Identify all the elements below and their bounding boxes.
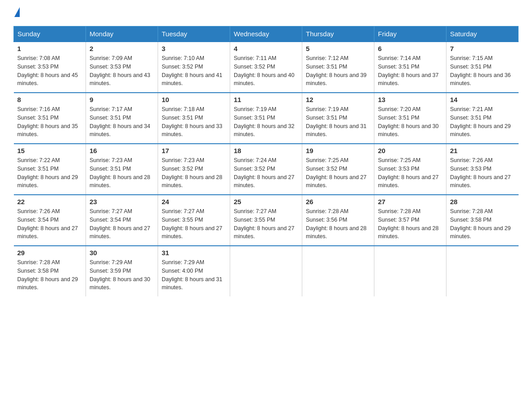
day-sun-info: Sunrise: 7:27 AMSunset: 3:55 PMDaylight:… bbox=[234, 207, 298, 241]
day-number: 21 bbox=[450, 147, 515, 154]
day-number: 14 bbox=[450, 96, 515, 103]
calendar-cell bbox=[446, 246, 519, 296]
calendar-cell: 3Sunrise: 7:10 AMSunset: 3:52 PMDaylight… bbox=[158, 42, 230, 93]
calendar-week-row: 1Sunrise: 7:08 AMSunset: 3:53 PMDaylight… bbox=[14, 42, 519, 93]
day-number: 26 bbox=[306, 198, 370, 206]
day-number: 19 bbox=[306, 147, 370, 154]
calendar-cell: 4Sunrise: 7:11 AMSunset: 3:52 PMDaylight… bbox=[230, 42, 302, 93]
day-number: 4 bbox=[234, 45, 298, 52]
day-sun-info: Sunrise: 7:23 AMSunset: 3:51 PMDaylight:… bbox=[90, 156, 154, 190]
day-sun-info: Sunrise: 7:28 AMSunset: 3:58 PMDaylight:… bbox=[450, 207, 515, 241]
day-sun-info: Sunrise: 7:14 AMSunset: 3:51 PMDaylight:… bbox=[378, 54, 442, 88]
day-sun-info: Sunrise: 7:23 AMSunset: 3:52 PMDaylight:… bbox=[162, 156, 226, 190]
calendar-cell: 9Sunrise: 7:17 AMSunset: 3:51 PMDaylight… bbox=[86, 93, 158, 144]
day-number: 17 bbox=[162, 147, 226, 154]
calendar-cell: 31Sunrise: 7:29 AMSunset: 4:00 PMDayligh… bbox=[158, 246, 230, 296]
calendar-cell: 24Sunrise: 7:27 AMSunset: 3:55 PMDayligh… bbox=[158, 195, 230, 246]
day-sun-info: Sunrise: 7:11 AMSunset: 3:52 PMDaylight:… bbox=[234, 54, 298, 88]
day-number: 27 bbox=[378, 198, 442, 206]
calendar-week-row: 22Sunrise: 7:26 AMSunset: 3:54 PMDayligh… bbox=[14, 195, 519, 246]
day-number: 23 bbox=[90, 198, 154, 206]
weekday-header-saturday: Saturday bbox=[446, 26, 519, 42]
day-sun-info: Sunrise: 7:27 AMSunset: 3:54 PMDaylight:… bbox=[90, 207, 154, 241]
calendar-cell: 13Sunrise: 7:20 AMSunset: 3:51 PMDayligh… bbox=[374, 93, 446, 144]
day-sun-info: Sunrise: 7:28 AMSunset: 3:57 PMDaylight:… bbox=[378, 207, 442, 241]
day-number: 7 bbox=[450, 45, 515, 52]
calendar-cell: 19Sunrise: 7:25 AMSunset: 3:52 PMDayligh… bbox=[302, 144, 374, 195]
day-number: 20 bbox=[378, 147, 442, 154]
day-sun-info: Sunrise: 7:24 AMSunset: 3:52 PMDaylight:… bbox=[234, 156, 298, 190]
calendar-cell: 7Sunrise: 7:15 AMSunset: 3:51 PMDaylight… bbox=[446, 42, 519, 93]
day-sun-info: Sunrise: 7:20 AMSunset: 3:51 PMDaylight:… bbox=[378, 105, 442, 139]
calendar-cell: 27Sunrise: 7:28 AMSunset: 3:57 PMDayligh… bbox=[374, 195, 446, 246]
day-sun-info: Sunrise: 7:25 AMSunset: 3:52 PMDaylight:… bbox=[306, 156, 370, 190]
day-sun-info: Sunrise: 7:26 AMSunset: 3:53 PMDaylight:… bbox=[450, 156, 515, 190]
weekday-header-row: SundayMondayTuesdayWednesdayThursdayFrid… bbox=[14, 26, 519, 42]
logo-triangle-icon bbox=[14, 7, 20, 17]
calendar-table: SundayMondayTuesdayWednesdayThursdayFrid… bbox=[13, 26, 519, 296]
weekday-header-friday: Friday bbox=[374, 26, 446, 42]
day-sun-info: Sunrise: 7:25 AMSunset: 3:53 PMDaylight:… bbox=[378, 156, 442, 190]
day-number: 24 bbox=[162, 198, 226, 206]
day-sun-info: Sunrise: 7:08 AMSunset: 3:53 PMDaylight:… bbox=[17, 54, 82, 88]
calendar-cell bbox=[302, 246, 374, 296]
calendar-cell: 15Sunrise: 7:22 AMSunset: 3:51 PMDayligh… bbox=[14, 144, 86, 195]
day-sun-info: Sunrise: 7:15 AMSunset: 3:51 PMDaylight:… bbox=[450, 54, 515, 88]
weekday-header-sunday: Sunday bbox=[14, 26, 86, 42]
weekday-header-thursday: Thursday bbox=[302, 26, 374, 42]
day-number: 28 bbox=[450, 198, 515, 206]
day-sun-info: Sunrise: 7:21 AMSunset: 3:51 PMDaylight:… bbox=[450, 105, 515, 139]
weekday-header-wednesday: Wednesday bbox=[230, 26, 302, 42]
day-number: 6 bbox=[378, 45, 442, 52]
calendar-week-row: 15Sunrise: 7:22 AMSunset: 3:51 PMDayligh… bbox=[14, 144, 519, 195]
calendar-cell: 25Sunrise: 7:27 AMSunset: 3:55 PMDayligh… bbox=[230, 195, 302, 246]
calendar-cell: 22Sunrise: 7:26 AMSunset: 3:54 PMDayligh… bbox=[14, 195, 86, 246]
day-sun-info: Sunrise: 7:28 AMSunset: 3:56 PMDaylight:… bbox=[306, 207, 370, 241]
day-number: 1 bbox=[17, 45, 82, 52]
day-number: 13 bbox=[378, 96, 442, 103]
day-number: 8 bbox=[17, 96, 82, 103]
logo bbox=[13, 9, 20, 17]
day-sun-info: Sunrise: 7:22 AMSunset: 3:51 PMDaylight:… bbox=[17, 156, 82, 190]
day-number: 2 bbox=[90, 45, 154, 52]
calendar-cell: 26Sunrise: 7:28 AMSunset: 3:56 PMDayligh… bbox=[302, 195, 374, 246]
calendar-cell: 18Sunrise: 7:24 AMSunset: 3:52 PMDayligh… bbox=[230, 144, 302, 195]
day-number: 29 bbox=[17, 249, 82, 257]
day-number: 10 bbox=[162, 96, 226, 103]
day-sun-info: Sunrise: 7:29 AMSunset: 3:59 PMDaylight:… bbox=[90, 258, 154, 292]
day-sun-info: Sunrise: 7:10 AMSunset: 3:52 PMDaylight:… bbox=[162, 54, 226, 88]
calendar-cell: 30Sunrise: 7:29 AMSunset: 3:59 PMDayligh… bbox=[86, 246, 158, 296]
calendar-cell: 12Sunrise: 7:19 AMSunset: 3:51 PMDayligh… bbox=[302, 93, 374, 144]
day-sun-info: Sunrise: 7:12 AMSunset: 3:51 PMDaylight:… bbox=[306, 54, 370, 88]
day-number: 12 bbox=[306, 96, 370, 103]
calendar-week-row: 8Sunrise: 7:16 AMSunset: 3:51 PMDaylight… bbox=[14, 93, 519, 144]
day-number: 3 bbox=[162, 45, 226, 52]
day-number: 22 bbox=[17, 198, 82, 206]
calendar-cell bbox=[374, 246, 446, 296]
day-sun-info: Sunrise: 7:17 AMSunset: 3:51 PMDaylight:… bbox=[90, 105, 154, 139]
day-number: 30 bbox=[90, 249, 154, 257]
day-sun-info: Sunrise: 7:16 AMSunset: 3:51 PMDaylight:… bbox=[17, 105, 82, 139]
day-number: 5 bbox=[306, 45, 370, 52]
calendar-cell: 1Sunrise: 7:08 AMSunset: 3:53 PMDaylight… bbox=[14, 42, 86, 93]
calendar-cell: 23Sunrise: 7:27 AMSunset: 3:54 PMDayligh… bbox=[86, 195, 158, 246]
day-number: 9 bbox=[90, 96, 154, 103]
day-number: 25 bbox=[234, 198, 298, 206]
calendar-cell: 5Sunrise: 7:12 AMSunset: 3:51 PMDaylight… bbox=[302, 42, 374, 93]
calendar-cell: 11Sunrise: 7:19 AMSunset: 3:51 PMDayligh… bbox=[230, 93, 302, 144]
calendar-cell: 16Sunrise: 7:23 AMSunset: 3:51 PMDayligh… bbox=[86, 144, 158, 195]
day-sun-info: Sunrise: 7:28 AMSunset: 3:58 PMDaylight:… bbox=[17, 258, 82, 292]
calendar-cell: 14Sunrise: 7:21 AMSunset: 3:51 PMDayligh… bbox=[446, 93, 519, 144]
day-sun-info: Sunrise: 7:27 AMSunset: 3:55 PMDaylight:… bbox=[162, 207, 226, 241]
calendar-week-row: 29Sunrise: 7:28 AMSunset: 3:58 PMDayligh… bbox=[14, 246, 519, 296]
calendar-cell bbox=[230, 246, 302, 296]
calendar-cell: 28Sunrise: 7:28 AMSunset: 3:58 PMDayligh… bbox=[446, 195, 519, 246]
day-number: 31 bbox=[162, 249, 226, 257]
day-sun-info: Sunrise: 7:26 AMSunset: 3:54 PMDaylight:… bbox=[17, 207, 82, 241]
weekday-header-monday: Monday bbox=[86, 26, 158, 42]
weekday-header-tuesday: Tuesday bbox=[158, 26, 230, 42]
calendar-cell: 20Sunrise: 7:25 AMSunset: 3:53 PMDayligh… bbox=[374, 144, 446, 195]
calendar-cell: 10Sunrise: 7:18 AMSunset: 3:51 PMDayligh… bbox=[158, 93, 230, 144]
calendar-cell: 29Sunrise: 7:28 AMSunset: 3:58 PMDayligh… bbox=[14, 246, 86, 296]
day-sun-info: Sunrise: 7:29 AMSunset: 4:00 PMDaylight:… bbox=[162, 258, 226, 292]
